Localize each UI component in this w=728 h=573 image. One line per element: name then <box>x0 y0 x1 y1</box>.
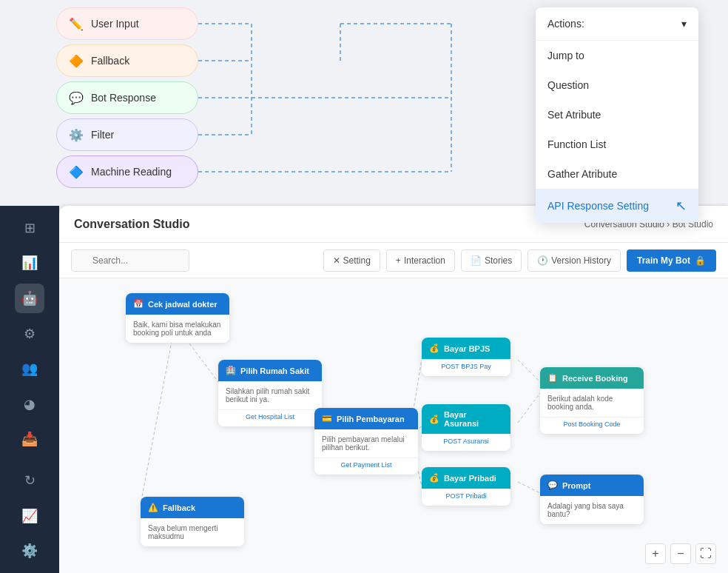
flow-node-bpjs[interactable]: 💰 Bayar BPJS POST BPJS Pay <box>422 338 510 376</box>
cek-jadwal-icon: 📅 <box>133 299 144 309</box>
sidebar-item-gear[interactable]: ⚙️ <box>15 536 44 566</box>
actions-title: Actions: <box>547 18 584 30</box>
bpjs-icon: 💰 <box>429 344 439 353</box>
sidebar-item-home[interactable]: ⊞ <box>15 213 44 243</box>
studio-toolbar: 🔍 ✕ Setting + Interaction 📄 Stories 🕐 Ve… <box>59 243 728 278</box>
sidebar-item-chart[interactable]: 📊 <box>15 249 44 278</box>
action-jump-to[interactable]: Jump to <box>536 41 698 70</box>
lock-icon: 🔒 <box>695 255 706 266</box>
sidebar-item-users[interactable]: 👥 <box>15 354 44 383</box>
search-wrapper: 🔍 <box>71 249 189 272</box>
version-history-button[interactable]: 🕐 Version History <box>528 249 621 272</box>
stories-label: Stories <box>485 255 512 266</box>
zoom-fit-button[interactable]: ⛶ <box>695 543 716 564</box>
flow-node-fallback[interactable]: ⚠️ Fallback Saya belum mengerti maksudmu <box>141 497 244 546</box>
sidebar-item-refresh[interactable]: ↻ <box>15 466 44 495</box>
actions-dropdown: Actions: ▾ Jump to Question Set Atribute… <box>536 7 698 223</box>
node-bot-response[interactable]: 💬 Bot Response <box>56 81 198 114</box>
chevron-down-icon[interactable]: ▾ <box>681 18 687 30</box>
cek-jadwal-title: Cek jadwal dokter <box>148 300 218 309</box>
user-input-label: User Input <box>91 18 139 30</box>
sidebar-item-bot[interactable]: 🤖 <box>15 284 44 313</box>
sidebar: ⊞ 📊 🤖 ⚙ 👥 ◕ 📥 ↻ 📈 ⚙️ <box>0 206 59 573</box>
pilih-payment-title: Pilih Pembayaran <box>337 415 405 423</box>
train-bot-button[interactable]: Train My Bot 🔒 <box>627 249 716 272</box>
stories-button[interactable]: 📄 Stories <box>461 249 522 272</box>
zoom-in-button[interactable]: + <box>645 543 666 564</box>
receive-booking-footer: Post Booking Code <box>540 417 644 434</box>
setting-x-icon: ✕ <box>333 255 340 266</box>
search-input[interactable] <box>71 249 189 272</box>
receive-booking-body: Berikut adalah kode booking anda. <box>540 389 644 417</box>
pilih-rs-icon: 🏥 <box>226 366 236 375</box>
node-user-input[interactable]: ✏️ User Input <box>56 7 198 40</box>
action-question[interactable]: Question <box>536 70 698 100</box>
flow-node-prompt[interactable]: 💬 Prompt Adalagi yang bisa saya bantu? <box>540 475 644 524</box>
asuransi-title: Bayar Asuransi <box>444 410 503 428</box>
bpjs-title: Bayar BPJS <box>444 344 490 353</box>
pribadi-footer: POST Pribadi <box>422 489 510 506</box>
flow-node-receive-booking[interactable]: 📋 Receive Booking Berikut adalah kode bo… <box>540 367 644 434</box>
prompt-icon: 💬 <box>547 480 558 490</box>
setting-button[interactable]: ✕ Setting <box>323 249 380 272</box>
doc-icon: 📄 <box>471 255 482 266</box>
action-api-response-setting[interactable]: API Response Setting ↖ <box>536 189 698 223</box>
flow-node-pribadi[interactable]: 💰 Bayar Pribadi POST Pribadi <box>422 467 510 506</box>
receive-booking-header: 📋 Receive Booking <box>540 367 644 389</box>
flow-node-pilih-rs[interactable]: 🏥 Pilih Rumah Sakit Silahkan pilih rumah… <box>218 360 322 426</box>
interaction-button[interactable]: + Interaction <box>386 249 455 272</box>
pilih-payment-footer: Get Payment List <box>314 458 418 475</box>
interaction-label: Interaction <box>404 255 445 266</box>
studio-title: Conversation Studio <box>74 218 189 231</box>
fallback-node-body: Saya belum mengerti maksudmu <box>141 518 244 546</box>
node-machine-reading[interactable]: 🔷 Machine Reading <box>56 155 198 188</box>
fallback-node-icon: ⚠️ <box>148 503 158 512</box>
flow-node-asuransi[interactable]: 💰 Bayar Asuransi POST Asuransi <box>422 404 510 451</box>
asuransi-header: 💰 Bayar Asuransi <box>422 404 510 434</box>
machine-reading-label: Machine Reading <box>91 166 172 178</box>
svg-line-15 <box>518 393 540 423</box>
bpjs-footer: POST BPJS Pay <box>422 359 510 376</box>
asuransi-icon: 💰 <box>429 415 439 424</box>
pilih-payment-body: Pilih pembayaran melalui pilihan berikut… <box>314 429 418 458</box>
sidebar-item-bar-chart[interactable]: 📈 <box>15 501 44 531</box>
machine-reading-icon: 🔷 <box>69 165 84 179</box>
pribadi-title: Bayar Pribadi <box>444 474 496 483</box>
prompt-body: Adalagi yang bisa saya bantu? <box>540 496 644 524</box>
flow-node-pilih-payment[interactable]: 💳 Pilih Pembayaran Pilih pembayaran mela… <box>314 408 418 475</box>
sidebar-item-settings-cog[interactable]: ⚙ <box>15 319 44 349</box>
pilih-rs-footer: Get Hospital List <box>218 409 322 426</box>
flow-node-cek-jadwal[interactable]: 📅 Cek jadwal dokter Baik, kami bisa mela… <box>126 293 229 343</box>
clock-icon: 🕐 <box>537 255 548 266</box>
setting-label: Setting <box>343 255 371 266</box>
fallback-node-title: Fallback <box>163 503 195 512</box>
api-response-label: API Response Setting <box>547 200 649 212</box>
receive-booking-icon: 📋 <box>547 373 558 383</box>
user-input-icon: ✏️ <box>69 17 84 31</box>
action-function-list[interactable]: Function List <box>536 130 698 159</box>
node-fallback-pill[interactable]: 🔶 Fallback <box>56 44 198 77</box>
fallback-node-header: ⚠️ Fallback <box>141 497 244 518</box>
studio-panel: Conversation Studio Conversation Studio … <box>59 206 728 573</box>
pribadi-icon: 💰 <box>429 473 439 483</box>
cek-jadwal-header: 📅 Cek jadwal dokter <box>126 293 229 315</box>
train-label: Train My Bot <box>637 255 690 266</box>
sidebar-item-pie[interactable]: ◕ <box>15 389 44 419</box>
canvas-area[interactable]: 📅 Cek jadwal dokter Baik, kami bisa mela… <box>59 278 728 573</box>
svg-line-17 <box>141 330 174 504</box>
svg-line-14 <box>518 360 540 382</box>
action-set-attribute[interactable]: Set Atribute <box>536 100 698 130</box>
zoom-out-button[interactable]: − <box>670 543 691 564</box>
node-filter[interactable]: ⚙️ Filter <box>56 118 198 151</box>
cek-jadwal-body: Baik, kami bisa melakukan booking poli u… <box>126 315 229 343</box>
bot-response-icon: 💬 <box>69 91 84 105</box>
prompt-header: 💬 Prompt <box>540 475 644 496</box>
version-history-label: Version History <box>551 255 611 266</box>
fallback-icon: 🔶 <box>69 54 84 68</box>
pilih-payment-header: 💳 Pilih Pembayaran <box>314 408 418 429</box>
sidebar-item-inbox[interactable]: 📥 <box>15 425 44 455</box>
filter-label: Filter <box>91 129 114 141</box>
fallback-label: Fallback <box>91 55 129 67</box>
pribadi-header: 💰 Bayar Pribadi <box>422 467 510 489</box>
action-gather-attribute[interactable]: Gather Atribute <box>536 159 698 189</box>
